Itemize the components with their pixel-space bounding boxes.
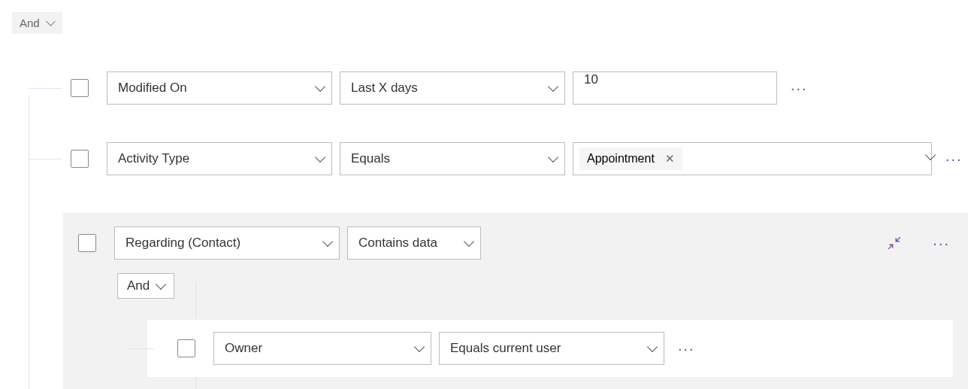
more-actions-button[interactable]: ··· [675,340,698,357]
select-checkbox[interactable] [71,150,89,168]
operator-dropdown[interactable]: Equals [340,142,565,175]
tree-vertical-line [29,96,29,389]
value-text: 10 [584,72,598,87]
tree-horizontal-line [128,348,155,349]
value-tag: Appointment ✕ [579,147,682,170]
tag-label: Appointment [587,152,655,166]
related-entity-block: Regarding (Contact) Contains data [63,213,968,389]
chevron-down-icon [464,239,470,248]
chevron-down-icon [322,239,328,248]
operator-label: Last X days [351,81,418,96]
field-label: Modified On [118,81,187,96]
operator-label: Equals current user [450,341,561,356]
related-field-dropdown[interactable]: Regarding (Contact) [114,226,340,260]
query-builder: And Modified On Last X days 10 ··· [12,12,968,389]
operator-dropdown[interactable]: Equals current user [439,332,664,365]
chevron-down-icon [46,19,55,28]
related-field-label: Regarding (Contact) [126,236,240,251]
chevron-down-icon [156,281,165,290]
condition-row: Activity Type Equals Appointment ✕ ··· [18,142,968,175]
chevron-down-icon [315,84,321,93]
collapse-icon[interactable] [888,236,901,250]
more-actions-button[interactable]: ··· [942,150,966,168]
related-op-label: Contains data [358,236,437,251]
chevron-down-icon [548,154,554,163]
field-label: Owner [225,341,262,356]
remove-tag-button[interactable]: ✕ [665,152,675,166]
root-operator-label: And [20,17,40,29]
conditions-tree: Modified On Last X days 10 ··· Activity … [18,71,968,389]
nested-operator[interactable]: And [117,273,174,299]
tree-horizontal-line [29,88,62,89]
related-op-dropdown[interactable]: Contains data [347,226,481,260]
select-checkbox[interactable] [71,79,89,97]
chevron-down-icon [414,344,420,353]
condition-row: Modified On Last X days 10 ··· [18,71,968,105]
chevron-down-icon [548,84,554,93]
tree-horizontal-line [29,159,62,160]
field-dropdown[interactable]: Activity Type [107,142,332,175]
root-operator[interactable]: And [12,12,62,34]
condition-row: Owner Equals current user ··· [147,320,953,377]
more-actions-button[interactable]: ··· [930,235,953,252]
field-label: Activity Type [118,151,189,166]
value-tag-input[interactable]: Appointment ✕ [573,142,932,175]
field-dropdown[interactable]: Modified On [107,71,332,105]
operator-label: Equals [351,151,390,166]
related-entity-header: Regarding (Contact) Contains data [78,226,953,260]
related-block-actions: ··· [888,235,953,252]
nested-operator-label: And [127,278,150,293]
value-input[interactable]: 10 [573,71,777,105]
select-checkbox[interactable] [177,339,195,357]
chevron-down-icon [647,344,653,353]
field-dropdown[interactable]: Owner [213,332,431,365]
more-actions-button[interactable]: ··· [788,80,811,97]
chevron-down-icon [315,154,321,163]
operator-dropdown[interactable]: Last X days [340,71,565,105]
nested-conditions-tree: And Owner Equals current user ··· [117,273,953,377]
select-checkbox[interactable] [78,234,96,252]
